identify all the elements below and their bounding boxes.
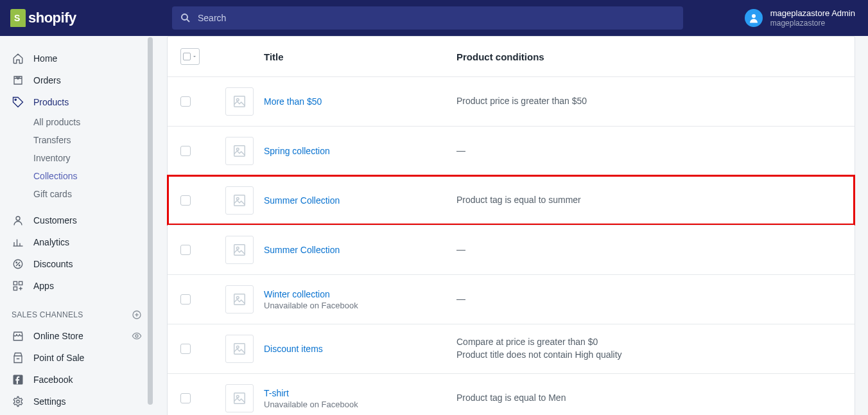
image-placeholder-icon: [225, 384, 254, 412]
sidebar-item-customers[interactable]: Customers: [0, 209, 153, 231]
table-row[interactable]: Discount itemsCompare at price is greate…: [168, 324, 855, 373]
search-input[interactable]: [198, 13, 675, 23]
sidebar-item-label: Settings: [33, 396, 66, 407]
row-subtitle: Unavailable on Facebook: [264, 400, 456, 409]
svg-point-31: [236, 247, 239, 249]
table-row[interactable]: Summer Collection—: [168, 225, 855, 274]
svg-rect-30: [234, 245, 245, 256]
tag-icon: [12, 96, 24, 109]
collection-link[interactable]: Winter collection: [264, 289, 330, 299]
collection-link[interactable]: Discount items: [264, 344, 323, 354]
table-row[interactable]: More than $50Product price is greater th…: [168, 76, 855, 126]
sidebar-sub-all-products[interactable]: All products: [33, 113, 153, 131]
row-conditions: Product tag is equal to Men: [456, 392, 842, 405]
chevron-down-icon: [192, 54, 197, 59]
image-placeholder-icon: [225, 87, 254, 116]
eye-icon[interactable]: [132, 331, 142, 341]
svg-point-23: [17, 400, 20, 403]
image-placeholder-icon: [225, 137, 254, 165]
add-channel-icon[interactable]: [132, 310, 142, 320]
svg-point-37: [236, 395, 239, 398]
row-checkbox[interactable]: [180, 344, 191, 354]
condition-line: Product tag is equal to summer: [456, 194, 842, 207]
condition-line: Product title does not contain High qual…: [456, 349, 842, 362]
table-row[interactable]: Spring collection—: [168, 126, 855, 175]
sidebar-sub-transfers[interactable]: Transfers: [33, 131, 153, 149]
search-icon: [180, 12, 191, 24]
condition-line: —: [456, 243, 842, 256]
scrollbar[interactable]: [145, 36, 154, 415]
row-checkbox[interactable]: [180, 245, 191, 255]
facebook-icon: [12, 373, 24, 386]
svg-point-33: [236, 296, 239, 299]
row-checkbox[interactable]: [180, 294, 191, 305]
sidebar-item-online-store[interactable]: Online Store: [0, 325, 153, 347]
image-placeholder-icon: [225, 285, 254, 313]
svg-rect-14: [19, 281, 22, 285]
condition-line: —: [456, 145, 842, 157]
row-checkbox[interactable]: [180, 96, 191, 107]
sidebar-item-label: Home: [33, 53, 57, 64]
image-placeholder-icon: [225, 186, 254, 215]
analytics-icon: [12, 236, 24, 249]
svg-point-12: [19, 265, 21, 267]
sidebar-item-home[interactable]: Home: [0, 48, 153, 69]
row-checkbox[interactable]: [180, 195, 191, 206]
select-all-checkbox[interactable]: [180, 48, 200, 65]
sidebar-item-label: Orders: [33, 75, 61, 85]
svg-point-0: [182, 14, 187, 20]
svg-rect-26: [234, 146, 245, 157]
sales-channels-header: SALES CHANNELS: [0, 297, 153, 325]
svg-point-35: [236, 346, 239, 348]
row-checkbox[interactable]: [180, 393, 191, 403]
table-row[interactable]: T-shirtUnavailable on FacebookProduct ta…: [168, 373, 855, 415]
collection-link[interactable]: Summer Collection: [264, 195, 340, 206]
collections-table: Title Product conditions More than $50Pr…: [167, 36, 855, 415]
sidebar-item-label: Analytics: [33, 237, 69, 247]
home-icon: [12, 52, 24, 65]
pos-icon: [12, 351, 24, 364]
sidebar-sub-inventory[interactable]: Inventory: [33, 149, 153, 167]
sidebar-item-analytics[interactable]: Analytics: [0, 231, 153, 253]
svg-rect-34: [234, 344, 245, 355]
collection-link[interactable]: T-shirt: [264, 388, 289, 398]
table-row[interactable]: Summer CollectionProduct tag is equal to…: [168, 175, 855, 225]
sidebar-item-facebook[interactable]: Facebook: [0, 369, 153, 391]
user-area[interactable]: mageplazastore Admin mageplazastore: [745, 8, 868, 28]
row-conditions: —: [456, 293, 842, 306]
sales-channels-label: SALES CHANNELS: [12, 310, 83, 319]
svg-rect-15: [13, 287, 17, 290]
svg-point-25: [236, 98, 239, 101]
search-box[interactable]: [172, 6, 683, 30]
sidebar-item-discounts[interactable]: Discounts: [0, 253, 153, 275]
shopify-bag-icon: [10, 9, 26, 27]
store-icon: [12, 330, 24, 342]
row-conditions: Product tag is equal to summer: [456, 194, 842, 207]
sidebar-sub-giftcards[interactable]: Gift cards: [33, 185, 153, 203]
customers-icon: [12, 214, 24, 227]
sidebar-item-settings[interactable]: Settings: [0, 391, 153, 412]
svg-rect-28: [234, 195, 245, 206]
sidebar-item-pos[interactable]: Point of Sale: [0, 347, 153, 369]
sidebar-item-products[interactable]: Products: [0, 91, 153, 113]
condition-line: Compare at price is greater than $0: [456, 336, 842, 349]
collection-link[interactable]: Summer Collection: [264, 245, 340, 255]
user-icon: [748, 12, 759, 24]
sidebar-item-orders[interactable]: Orders: [0, 69, 153, 91]
collection-link[interactable]: More than $50: [264, 96, 322, 107]
table-row[interactable]: Winter collectionUnavailable on Facebook…: [168, 274, 855, 324]
row-conditions: Compare at price is greater than $0Produ…: [456, 336, 842, 361]
row-subtitle: Unavailable on Facebook: [264, 301, 456, 310]
sidebar: Home Orders Products All products Transf…: [0, 36, 154, 415]
brand[interactable]: shopify: [0, 9, 154, 27]
svg-point-3: [15, 99, 16, 100]
row-conditions: Product price is greater than $50: [456, 95, 842, 108]
svg-rect-36: [234, 393, 245, 404]
condition-line: Product tag is equal to Men: [456, 392, 842, 405]
collection-link[interactable]: Spring collection: [264, 146, 330, 156]
sidebar-item-label: Online Store: [33, 331, 123, 341]
sidebar-sub-collections[interactable]: Collections: [33, 167, 153, 185]
sidebar-item-label: Discounts: [33, 259, 73, 269]
sidebar-item-apps[interactable]: Apps: [0, 275, 153, 297]
row-checkbox[interactable]: [180, 146, 191, 156]
